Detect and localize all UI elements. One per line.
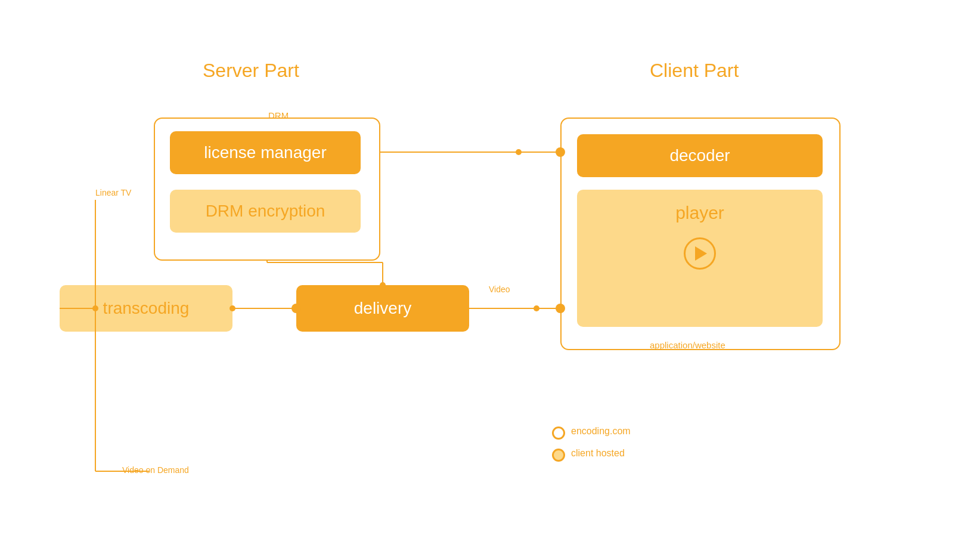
client-part-title: Client Part [650,60,739,82]
client-hosted-legend-label: client hosted [571,448,625,459]
drm-encryption-label: DRM encryption [206,202,325,221]
server-part-title: Server Part [203,60,299,82]
player-label: player [577,203,823,223]
video-label: Video [489,285,510,294]
svg-point-14 [516,149,522,155]
transcoding-box: transcoding [60,285,232,332]
app-website-label: application/website [650,340,725,350]
decoder-label: decoder [669,146,730,165]
video-on-demand-label: Video on Demand [122,465,189,475]
delivery-label: delivery [354,299,411,318]
play-triangle [695,246,707,261]
play-button [684,237,716,270]
delivery-box: delivery [296,285,469,332]
transcoding-label: transcoding [103,299,190,318]
svg-point-16 [534,305,539,311]
drm-encryption-box: DRM encryption [170,190,361,233]
encoding-com-legend-label: encoding.com [571,426,631,437]
license-manager-box: license manager [170,131,361,174]
client-hosted-legend-icon [552,449,565,462]
player-box: player [577,190,823,327]
encoding-com-legend-icon [552,426,565,440]
license-manager-label: license manager [204,143,326,162]
linear-tv-label: Linear TV [95,188,131,197]
diagram-container: Server Part DRM license manager DRM encr… [0,0,980,544]
decoder-box: decoder [577,134,823,177]
